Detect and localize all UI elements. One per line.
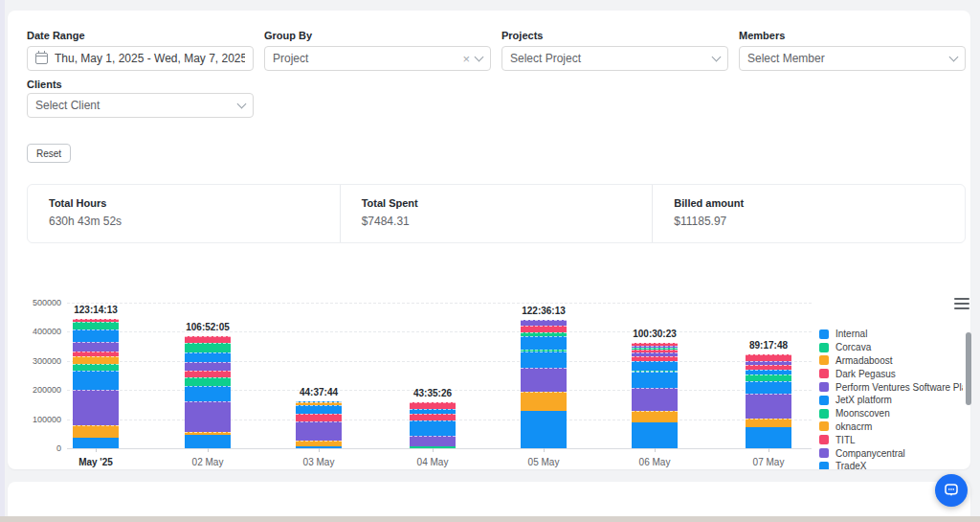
clear-icon[interactable]: × bbox=[462, 53, 470, 65]
x-axis-tick bbox=[433, 448, 434, 452]
legend-item[interactable]: TITL bbox=[819, 433, 963, 446]
legend-item[interactable]: TradeX bbox=[819, 460, 963, 469]
bar-segment[interactable] bbox=[296, 405, 342, 414]
legend-item[interactable]: JetX platform bbox=[819, 394, 963, 407]
chat-bubble-icon bbox=[943, 482, 960, 499]
bar-segment[interactable] bbox=[296, 421, 342, 442]
bar-segment[interactable] bbox=[746, 381, 791, 393]
x-axis-tick bbox=[208, 448, 209, 452]
legend-name: TITL bbox=[835, 435, 856, 445]
legend-item[interactable]: Dark Pegasus bbox=[819, 367, 963, 380]
bar-03-may[interactable] bbox=[296, 401, 342, 448]
members-select[interactable]: Select Member bbox=[739, 46, 966, 71]
bar-segment[interactable] bbox=[632, 422, 678, 448]
legend-item[interactable]: Armadaboost bbox=[819, 354, 963, 368]
legend-item[interactable]: Corcava bbox=[819, 341, 963, 354]
legend-item[interactable]: Companycentral bbox=[819, 446, 963, 460]
bar-05-may[interactable] bbox=[521, 320, 567, 448]
bar-07-may[interactable] bbox=[746, 354, 791, 448]
legend-swatch-icon bbox=[819, 382, 829, 392]
legend-swatch-icon bbox=[819, 343, 829, 352]
projects-label: Projects bbox=[501, 30, 543, 41]
bar-segment[interactable] bbox=[410, 436, 456, 446]
bar-segment[interactable] bbox=[521, 326, 567, 332]
total-hours-label: Total Hours bbox=[49, 197, 319, 209]
chart-menu-icon[interactable] bbox=[954, 298, 969, 309]
legend-item[interactable]: Internal bbox=[819, 328, 963, 341]
bar-segment[interactable] bbox=[185, 343, 231, 352]
bar-segment[interactable] bbox=[521, 336, 567, 349]
bar-segment[interactable] bbox=[185, 386, 231, 401]
billed-amount-cell: Billed amount $11185.97 bbox=[652, 185, 965, 242]
bar-04-may[interactable] bbox=[410, 402, 456, 448]
x-axis-label: 06 May bbox=[616, 457, 693, 467]
chevron-down-icon bbox=[712, 53, 722, 62]
date-range-input[interactable]: Thu, May 1, 2025 - Wed, May 7, 2025 bbox=[27, 46, 254, 71]
billed-amount-value: $11185.97 bbox=[674, 215, 944, 228]
legend-name: Corcava bbox=[835, 342, 871, 352]
group-by-select[interactable]: Project × bbox=[264, 46, 491, 71]
bar-segment[interactable] bbox=[632, 361, 678, 371]
bar-segment[interactable] bbox=[185, 401, 231, 432]
bar-segment[interactable] bbox=[185, 362, 231, 371]
projects-select[interactable]: Select Project bbox=[501, 46, 728, 71]
bar-segment[interactable] bbox=[73, 356, 119, 364]
clients-select[interactable]: Select Client bbox=[27, 93, 254, 118]
bar-segment[interactable] bbox=[521, 392, 567, 411]
scrollbar-thumb[interactable] bbox=[966, 332, 971, 405]
reset-button[interactable]: Reset bbox=[27, 144, 71, 163]
legend-item[interactable]: Perform Ventures Software Platform bbox=[819, 380, 963, 394]
legend-swatch-icon bbox=[819, 435, 829, 444]
bar-segment[interactable] bbox=[521, 352, 567, 367]
bar-segment[interactable] bbox=[73, 364, 119, 371]
bar-segment[interactable] bbox=[73, 342, 119, 352]
legend-name: Perform Ventures Software Platform bbox=[835, 382, 963, 393]
bar-may-25[interactable] bbox=[73, 319, 119, 448]
legend-name: TradeX bbox=[835, 461, 866, 469]
bar-segment[interactable] bbox=[185, 336, 231, 343]
bar-segment[interactable] bbox=[73, 390, 119, 426]
legend-name: oknacrm bbox=[835, 421, 872, 432]
chevron-down-icon bbox=[237, 100, 247, 109]
bar-06-may[interactable] bbox=[632, 343, 678, 448]
page-left-edge bbox=[0, 0, 5, 522]
bar-segment[interactable] bbox=[73, 322, 119, 330]
chevron-down-icon bbox=[949, 53, 959, 62]
bar-segment[interactable] bbox=[73, 425, 119, 437]
total-spent-cell: Total Spent $7484.31 bbox=[340, 185, 653, 242]
chat-button[interactable] bbox=[935, 474, 968, 507]
bar-segment[interactable] bbox=[746, 427, 791, 448]
legend-name: JetX platform bbox=[835, 395, 892, 405]
bar-02-may[interactable] bbox=[185, 336, 231, 448]
legend-swatch-icon bbox=[819, 421, 829, 431]
bar-segment[interactable] bbox=[746, 419, 791, 427]
bar-segment[interactable] bbox=[185, 352, 231, 363]
projects-placeholder: Select Project bbox=[510, 52, 707, 65]
bar-segment[interactable] bbox=[73, 329, 119, 341]
legend-swatch-icon bbox=[819, 329, 829, 339]
bar-segment[interactable] bbox=[185, 377, 231, 386]
bar-total-label: 123:14:13 bbox=[57, 305, 134, 315]
x-axis-tick bbox=[544, 448, 545, 452]
bar-segment[interactable] bbox=[746, 374, 791, 381]
bar-segment[interactable] bbox=[410, 420, 456, 436]
bar-segment[interactable] bbox=[185, 371, 231, 377]
legend-name: Armadaboost bbox=[835, 355, 892, 366]
bar-segment[interactable] bbox=[296, 414, 342, 420]
bar-segment[interactable] bbox=[632, 372, 678, 388]
gridline bbox=[67, 361, 812, 362]
bar-segment[interactable] bbox=[410, 414, 456, 420]
bar-segment[interactable] bbox=[632, 411, 678, 422]
bar-segment[interactable] bbox=[632, 388, 678, 411]
legend-item[interactable]: Moonscoven bbox=[819, 407, 963, 420]
legend-item[interactable]: oknacrm bbox=[819, 420, 963, 434]
bar-segment[interactable] bbox=[521, 368, 567, 393]
bar-segment[interactable] bbox=[185, 435, 231, 448]
bar-segment[interactable] bbox=[73, 371, 119, 389]
bar-segment[interactable] bbox=[521, 411, 567, 448]
members-label: Members bbox=[739, 30, 785, 41]
bar-segment[interactable] bbox=[746, 394, 791, 420]
chart-legend: InternalCorcavaArmadaboostDark PegasusPe… bbox=[819, 328, 963, 469]
legend-name: Internal bbox=[835, 329, 867, 339]
bar-segment[interactable] bbox=[73, 438, 119, 448]
